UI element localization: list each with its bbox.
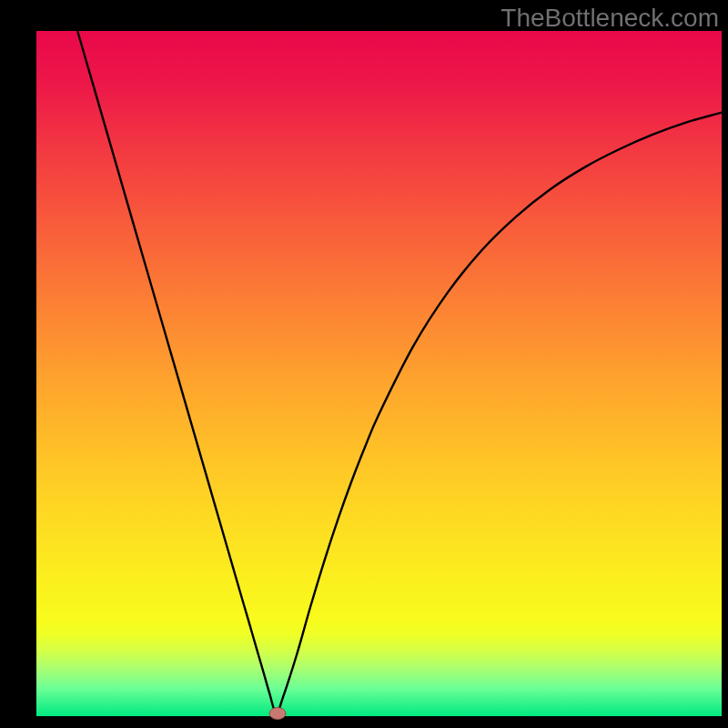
chart-container: TheBottleneck.com bbox=[0, 0, 728, 728]
minimum-marker bbox=[269, 707, 286, 719]
bottleneck-chart bbox=[0, 0, 728, 728]
watermark-text: TheBottleneck.com bbox=[500, 4, 719, 33]
plot-background bbox=[36, 31, 722, 716]
